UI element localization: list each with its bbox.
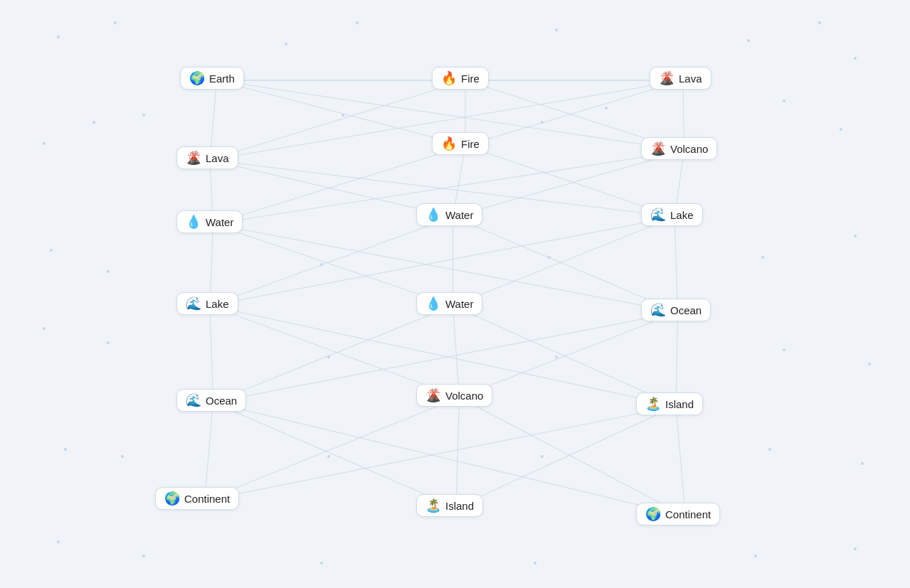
- node-lake-right[interactable]: 🌊Lake: [641, 203, 703, 226]
- node-lake-left[interactable]: 🌊Lake: [176, 292, 238, 315]
- node-label-fire-mid: Fire: [461, 138, 480, 150]
- node-earth-left[interactable]: 🌍Earth: [180, 67, 244, 90]
- svg-line-47: [676, 406, 686, 516]
- svg-line-46: [456, 406, 676, 508]
- svg-line-44: [460, 397, 686, 516]
- svg-line-30: [210, 306, 213, 402]
- node-label-volcano-right: Volcano: [670, 143, 708, 155]
- node-label-volcano-mid: Volcano: [445, 390, 483, 402]
- node-label-island-right: Island: [665, 398, 694, 410]
- node-label-fire-top-mid: Fire: [461, 73, 480, 85]
- node-label-ocean-left: Ocean: [206, 395, 237, 407]
- node-label-water-mid: Water: [445, 209, 473, 221]
- node-fire-top-mid[interactable]: 🔥Fire: [432, 67, 489, 90]
- node-label-lake-right: Lake: [670, 209, 694, 221]
- node-icon-lava-top-right: 🌋: [659, 72, 674, 85]
- svg-line-6: [210, 80, 465, 160]
- svg-line-10: [465, 80, 683, 146]
- svg-line-28: [453, 217, 675, 306]
- node-icon-earth-left: 🌍: [189, 72, 205, 85]
- node-fire-mid[interactable]: 🔥Fire: [432, 132, 489, 155]
- node-label-lava-top-right: Lava: [679, 73, 702, 85]
- svg-line-24: [210, 217, 453, 306]
- svg-line-40: [213, 402, 457, 508]
- node-icon-fire-mid: 🔥: [441, 137, 457, 150]
- node-icon-fire-top-mid: 🔥: [441, 72, 457, 85]
- node-lava-left[interactable]: 🌋Lava: [176, 146, 238, 169]
- node-icon-island-mid: 🏝️: [425, 499, 441, 512]
- node-label-water-left: Water: [206, 216, 233, 228]
- node-ocean-right[interactable]: 🌊Ocean: [641, 299, 711, 321]
- node-label-lava-left: Lava: [206, 152, 229, 164]
- svg-line-29: [674, 217, 678, 312]
- svg-line-22: [213, 224, 453, 306]
- svg-line-3: [217, 80, 466, 146]
- node-label-ocean-right: Ocean: [670, 304, 702, 316]
- node-label-water-mid2: Water: [445, 298, 473, 310]
- node-island-right[interactable]: 🏝️Island: [636, 392, 703, 415]
- node-label-continent-left: Continent: [184, 493, 230, 505]
- node-label-earth-left: Earth: [209, 73, 235, 85]
- svg-line-39: [205, 402, 213, 501]
- node-continent-right[interactable]: 🌍Continent: [636, 503, 720, 525]
- node-icon-water-mid: 💧: [425, 208, 441, 221]
- node-lava-top-right[interactable]: 🌋Lava: [650, 67, 711, 90]
- node-volcano-mid[interactable]: 🌋Volcano: [416, 384, 492, 407]
- node-icon-volcano-mid: 🌋: [425, 389, 441, 402]
- node-icon-continent-left: 🌍: [164, 492, 180, 505]
- node-water-mid[interactable]: 💧Water: [416, 203, 482, 226]
- node-label-continent-right: Continent: [665, 508, 711, 520]
- node-label-lake-left: Lake: [206, 298, 229, 310]
- svg-line-43: [456, 397, 460, 508]
- node-label-island-mid: Island: [445, 500, 474, 512]
- svg-line-26: [453, 217, 678, 312]
- node-volcano-right[interactable]: 🌋Volcano: [641, 137, 717, 160]
- svg-line-42: [205, 397, 460, 501]
- node-icon-ocean-right: 🌊: [650, 304, 666, 316]
- node-icon-ocean-left: 🌊: [186, 394, 201, 407]
- node-icon-water-mid2: 💧: [425, 297, 441, 310]
- node-icon-lake-left: 🌊: [186, 297, 201, 310]
- node-water-left[interactable]: 💧Water: [176, 210, 243, 233]
- node-water-mid2[interactable]: 💧Water: [416, 292, 482, 315]
- node-ocean-left[interactable]: 🌊Ocean: [176, 389, 246, 412]
- node-icon-lava-left: 🌋: [186, 151, 201, 164]
- node-icon-water-left: 💧: [186, 215, 201, 228]
- node-continent-left[interactable]: 🌍Continent: [155, 487, 239, 510]
- node-icon-island-right: 🏝️: [645, 397, 661, 410]
- node-island-mid[interactable]: 🏝️Island: [416, 494, 483, 517]
- node-icon-volcano-right: 🌋: [650, 142, 666, 155]
- svg-line-37: [460, 312, 678, 397]
- node-icon-continent-right: 🌍: [645, 508, 661, 520]
- svg-line-45: [205, 406, 677, 501]
- node-icon-lake-right: 🌊: [650, 208, 666, 221]
